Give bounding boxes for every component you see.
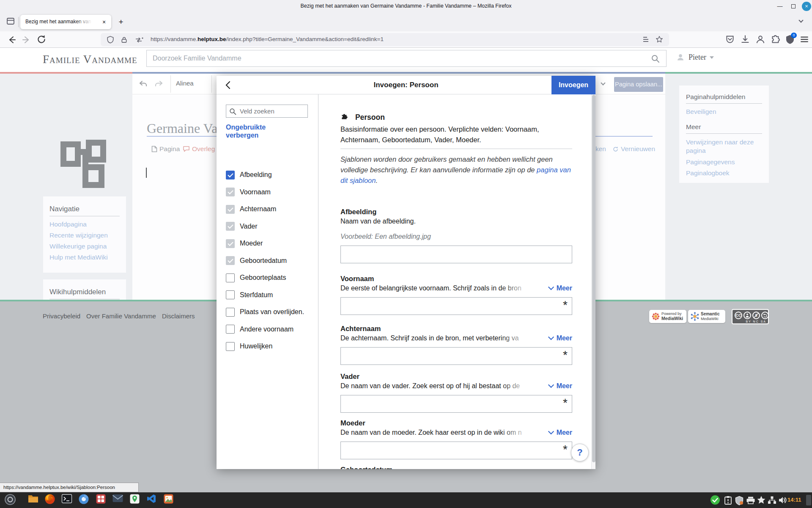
file-manager-icon[interactable]: [26, 494, 40, 507]
scrollbar-thumb[interactable]: [592, 95, 595, 462]
param-row[interactable]: Afbeelding: [226, 166, 315, 184]
sidebar-link-paginagegevens[interactable]: Paginagegevens: [686, 158, 762, 166]
insert-button[interactable]: Invoegen: [551, 76, 595, 94]
site-logo[interactable]: Familie Vandamme: [43, 53, 137, 66]
tab-pagina[interactable]: Pagina: [151, 145, 180, 153]
param-row[interactable]: Achternaam: [226, 201, 315, 218]
security-shield-icon[interactable]: [735, 496, 744, 507]
sidebar-link-beveiligen[interactable]: Beveiligen: [686, 108, 762, 116]
afbeelding-input[interactable]: [340, 246, 572, 263]
forward-button[interactable]: [20, 34, 32, 46]
sidebar-link-paginalogboek[interactable]: Paginalogboek: [686, 169, 762, 177]
more-expander[interactable]: Meer: [549, 382, 572, 390]
printer-icon[interactable]: [746, 497, 755, 506]
param-row[interactable]: Moeder: [226, 235, 315, 252]
help-button[interactable]: ?: [571, 444, 589, 461]
url-bar[interactable]: https://vandamme.helptux.be/index.php?ti…: [101, 33, 669, 46]
footer-link-over[interactable]: Over Familie Vandamme: [86, 312, 156, 320]
param-search[interactable]: [226, 105, 308, 118]
tab-close-icon[interactable]: ×: [100, 18, 108, 26]
new-tab-button[interactable]: +: [115, 16, 127, 28]
sidebar-link-verwijzingen[interactable]: Verwijzingen naar deze pagina: [686, 138, 762, 155]
taskbar-clock[interactable]: 14:11: [787, 497, 801, 503]
more-expander[interactable]: Meer: [549, 284, 572, 292]
hide-unused-toggle[interactable]: Ongebruikte verbergen: [226, 123, 287, 139]
undo-icon[interactable]: [138, 79, 148, 91]
reload-button[interactable]: [36, 34, 47, 46]
param-row[interactable]: Plaats van overlijden.: [226, 304, 315, 321]
terminal-icon[interactable]: [60, 494, 74, 507]
param-row[interactable]: Sterfdatum: [226, 287, 315, 304]
vader-input[interactable]: *: [340, 395, 572, 413]
param-row[interactable]: Vader: [226, 218, 315, 235]
param-row[interactable]: Andere voornaam: [226, 321, 315, 338]
redo-icon[interactable]: [154, 79, 164, 91]
vscode-icon[interactable]: [145, 494, 158, 507]
close-button[interactable]: ×: [802, 2, 811, 11]
param-search-input[interactable]: [240, 105, 305, 117]
downloads-icon[interactable]: [739, 34, 751, 46]
image-viewer-icon[interactable]: [162, 494, 175, 507]
sidebar-link-hulp[interactable]: Hulp met MediaWiki: [49, 254, 120, 261]
checkbox-unchecked-icon[interactable]: [226, 325, 235, 334]
param-row[interactable]: Voornaam: [226, 184, 315, 201]
account-icon[interactable]: [754, 34, 766, 46]
tab-overleg[interactable]: Overleg: [183, 145, 215, 153]
mail-icon[interactable]: [111, 494, 124, 507]
tab-vernieuwen[interactable]: Vernieuwen: [612, 145, 655, 153]
firefox-icon[interactable]: [43, 494, 57, 507]
sidebar-link-recente-wijzigingen[interactable]: Recente wijzigingen: [49, 232, 120, 239]
param-row[interactable]: Huwelijken: [226, 338, 315, 355]
browser-tab[interactable]: Bezig met het aanmaken van Ge ×: [20, 15, 111, 29]
tracking-shield-icon[interactable]: [107, 36, 114, 45]
back-button[interactable]: [6, 34, 18, 46]
checkbox-unchecked-icon[interactable]: [226, 273, 235, 282]
search-icon[interactable]: [651, 54, 660, 65]
dialog-scrollbar[interactable]: [591, 94, 595, 469]
package-grid-icon[interactable]: [94, 494, 107, 507]
checkbox-unchecked-icon[interactable]: [226, 308, 235, 317]
pocket-icon[interactable]: [724, 34, 736, 46]
param-row[interactable]: Geboortedatum: [226, 252, 315, 270]
list-all-tabs-icon[interactable]: [798, 18, 803, 22]
more-expander[interactable]: Meer: [549, 429, 572, 436]
achternaam-input[interactable]: *: [340, 347, 572, 365]
site-permissions-icon[interactable]: [134, 37, 144, 45]
footer-link-disclaimers[interactable]: Disclaimers: [162, 312, 195, 320]
page-options-chevron-icon[interactable]: [601, 80, 605, 85]
sidebar-link-hoofdpagina[interactable]: Hoofdpagina: [49, 221, 120, 228]
extensions-puzzle-icon[interactable]: [770, 34, 782, 46]
lock-icon[interactable]: [121, 36, 127, 45]
favorites-star-icon[interactable]: [757, 495, 766, 506]
minimize-button[interactable]: —: [775, 2, 785, 11]
adblock-shield-icon[interactable]: 0: [784, 34, 796, 46]
semantic-mediawiki-badge[interactable]: SemanticMediaWiki: [688, 310, 725, 323]
reader-view-icon[interactable]: [642, 36, 650, 45]
more-expander[interactable]: Meer: [549, 334, 572, 342]
network-icon[interactable]: [768, 496, 776, 506]
restore-button[interactable]: [788, 2, 798, 11]
checkbox-checked-icon[interactable]: [226, 171, 235, 179]
cc-license-badge[interactable]: CC $ BY NC SA: [732, 309, 769, 324]
url-text[interactable]: https://vandamme.helptux.be/index.php?ti…: [151, 36, 384, 42]
browser-blue-icon[interactable]: [77, 494, 91, 507]
site-search[interactable]: [146, 50, 667, 67]
voornaam-input[interactable]: *: [340, 297, 572, 315]
checkbox-unchecked-icon[interactable]: [226, 290, 235, 299]
param-row[interactable]: Geboorteplaats: [226, 269, 315, 287]
clipboard-icon[interactable]: [724, 496, 732, 507]
menu-hamburger-icon[interactable]: [798, 34, 810, 46]
footer-link-privacybeleid[interactable]: Privacybeleid: [43, 312, 80, 320]
checkbox-unchecked-icon[interactable]: [226, 342, 235, 351]
user-menu[interactable]: Pieter: [676, 53, 714, 62]
paragraph-format-dropdown[interactable]: Alinea: [176, 80, 194, 87]
maps-pin-icon[interactable]: [128, 494, 141, 507]
sidebar-link-willekeurige-pagina[interactable]: Willekeurige pagina: [49, 243, 120, 250]
bookmark-star-icon[interactable]: [656, 36, 663, 45]
save-page-button[interactable]: Pagina opslaan...: [614, 77, 663, 92]
powered-by-mediawiki-badge[interactable]: Powered byMediaWiki: [649, 310, 686, 323]
volume-icon[interactable]: [778, 496, 787, 506]
site-search-input[interactable]: [153, 50, 643, 66]
updates-ok-icon[interactable]: [710, 495, 720, 507]
firefox-view-icon[interactable]: [5, 17, 16, 28]
